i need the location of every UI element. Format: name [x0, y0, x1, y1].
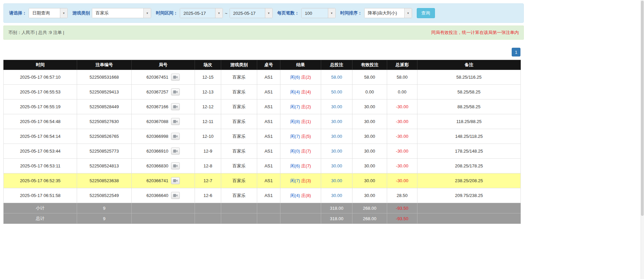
page-1-button[interactable]: 1 — [512, 48, 520, 56]
cell-table-no: AS1 — [257, 99, 280, 114]
replay-video-icon[interactable] — [171, 88, 180, 95]
cell-result: 闲(7) 庄(3) — [280, 173, 321, 188]
cell-session: 12-8 — [195, 159, 221, 173]
summary-cell — [280, 203, 321, 213]
cell-payout: 0.00 — [387, 85, 417, 99]
col-header-time: 时间 — [4, 60, 77, 70]
replay-video-icon[interactable] — [171, 177, 180, 184]
table-row[interactable]: 2025-05-17 06:53:44522508525773620366910… — [4, 144, 521, 159]
query-type-select[interactable]: 日期查询 ▼ — [29, 8, 68, 18]
cell-bet-id: 522508526765 — [77, 129, 132, 144]
chevron-down-icon[interactable]: ▼ — [215, 8, 223, 18]
cell-valid-bet: 0.00 — [352, 85, 387, 99]
cell-game: 百家乐 — [221, 144, 257, 159]
cell-time: 2025-05-17 06:51:58 — [4, 188, 77, 203]
cell-session: 12-10 — [195, 129, 221, 144]
page: 请选择： 日期查询 ▼ 游戏类别 百家乐 ▼ 时间区间： 2025-05-17 … — [0, 0, 524, 224]
cell-payout: -30.00 — [387, 129, 417, 144]
chevron-down-icon[interactable]: ▼ — [328, 8, 335, 18]
cell-game: 百家乐 — [221, 99, 257, 114]
chevron-down-icon[interactable]: ▼ — [60, 8, 67, 18]
cell-session: 12-9 — [195, 144, 221, 159]
cell-round: 620367257 — [132, 85, 195, 99]
cell-valid-bet: 30.00 — [352, 159, 387, 173]
vertical-scrollbar-track — [641, 0, 644, 279]
cell-remark: 178.25/148.25 — [417, 144, 521, 159]
date-to-select[interactable]: 2025-05-17 ▼ — [230, 8, 273, 18]
result-banker: 庄(1) — [301, 119, 311, 124]
cell-session: 12-12 — [195, 99, 221, 114]
cell-round: 620367166 — [132, 99, 195, 114]
cell-total-bet: 30.00 — [321, 114, 352, 129]
replay-video-icon[interactable] — [171, 148, 180, 155]
cell-bet-id: 522508529413 — [77, 85, 132, 99]
chevron-down-icon[interactable]: ▼ — [404, 8, 412, 18]
table-row[interactable]: 2025-05-17 06:51:58522508522549620366640… — [4, 188, 521, 203]
result-banker: 庄(2) — [301, 104, 311, 109]
total-bet-link[interactable]: 30.00 — [331, 104, 342, 109]
query-button[interactable]: 查询 — [417, 8, 435, 18]
table-row[interactable]: 2025-05-17 06:52:35522508523638620366741… — [4, 173, 521, 188]
result-player: 闲(6) — [290, 75, 300, 80]
summary-cell: 268.00 — [352, 213, 387, 224]
cell-round: 620367451 — [132, 70, 195, 85]
replay-video-icon[interactable] — [171, 118, 180, 125]
cell-result: 闲(4) 庄(8) — [280, 188, 321, 203]
table-row[interactable]: 2025-05-17 06:53:11522508524813620366830… — [4, 159, 521, 173]
replay-video-icon[interactable] — [171, 74, 180, 81]
replay-video-icon[interactable] — [171, 162, 180, 169]
result-banker: 庄(8) — [301, 193, 311, 198]
replay-video-icon[interactable] — [171, 103, 180, 110]
filter-bar: 请选择： 日期查询 ▼ 游戏类别 百家乐 ▼ 时间区间： 2025-05-17 … — [3, 3, 524, 23]
time-range-label: 时间区间： — [156, 10, 178, 16]
round-number: 620366910 — [146, 149, 168, 154]
cell-bet-id: 522508525773 — [77, 144, 132, 159]
date-from-select[interactable]: 2025-05-17 ▼ — [180, 8, 223, 18]
time-sort-select[interactable]: 降幂(由大到小) ▼ — [364, 8, 412, 18]
cell-game: 百家乐 — [221, 85, 257, 99]
cell-round: 620367088 — [132, 114, 195, 129]
table-row[interactable]: 2025-05-17 06:54:48522508527630620367088… — [4, 114, 521, 129]
table-row[interactable]: 2025-05-17 06:54:14522508526765620366998… — [4, 129, 521, 144]
table-row[interactable]: 2025-05-17 06:57:10522508531668620367451… — [4, 70, 521, 85]
total-bet-link[interactable]: 30.00 — [331, 178, 342, 183]
summary-row: 总计9318.00268.00-93.50 — [4, 213, 521, 224]
summary-cell — [280, 213, 321, 224]
chevron-down-icon[interactable]: ▼ — [265, 8, 272, 18]
cell-session: 12-13 — [195, 85, 221, 99]
total-bet-link[interactable]: 58.00 — [331, 75, 342, 80]
cell-bet-id: 522508527630 — [77, 114, 132, 129]
total-bet-link[interactable]: 30.00 — [331, 193, 342, 198]
cell-round: 620366741 — [132, 173, 195, 188]
chevron-down-icon[interactable]: ▼ — [143, 8, 151, 18]
replay-video-icon[interactable] — [171, 192, 180, 199]
col-header-bet-id: 注单编号 — [77, 60, 132, 70]
table-row[interactable]: 2025-05-17 06:55:19522508528449620367166… — [4, 99, 521, 114]
cell-table-no: AS1 — [257, 173, 280, 188]
cell-round: 620366910 — [132, 144, 195, 159]
total-bet-link[interactable]: 30.00 — [331, 149, 342, 154]
total-bet-link[interactable]: 30.00 — [331, 134, 342, 139]
cell-result: 闲(4) 庄(4) — [280, 85, 321, 99]
cell-game: 百家乐 — [221, 159, 257, 173]
table-footer: 小计9318.00268.00-93.50总计9318.00268.00-93.… — [4, 203, 521, 224]
result-banker: 庄(7) — [301, 163, 311, 168]
cell-total-bet: 58.00 — [321, 70, 352, 85]
total-bet-link[interactable]: 50.00 — [331, 89, 342, 94]
game-category-select[interactable]: 百家乐 ▼ — [92, 8, 151, 18]
total-bet-link[interactable]: 30.00 — [331, 119, 342, 124]
cell-remark: 148.25/118.25 — [417, 129, 521, 144]
table-row[interactable]: 2025-05-17 06:55:53522508529413620367257… — [4, 85, 521, 99]
cell-total-bet: 30.00 — [321, 99, 352, 114]
vertical-scrollbar-thumb[interactable] — [641, 1, 644, 216]
cell-table-no: AS1 — [257, 85, 280, 99]
round-number: 620367257 — [146, 89, 168, 94]
cell-valid-bet: 30.00 — [352, 99, 387, 114]
table-header-row: 时间 注单编号 局号 场次 游戏类别 桌号 结果 总投注 有效投注 总派彩 备注 — [4, 60, 521, 70]
per-page-select[interactable]: 100 ▼ — [301, 8, 336, 18]
cell-result: 闲(7) 庄(5) — [280, 129, 321, 144]
replay-video-icon[interactable] — [171, 133, 180, 140]
cell-payout: 28.50 — [387, 188, 417, 203]
summary-cell — [132, 203, 195, 213]
total-bet-link[interactable]: 30.00 — [331, 163, 342, 168]
